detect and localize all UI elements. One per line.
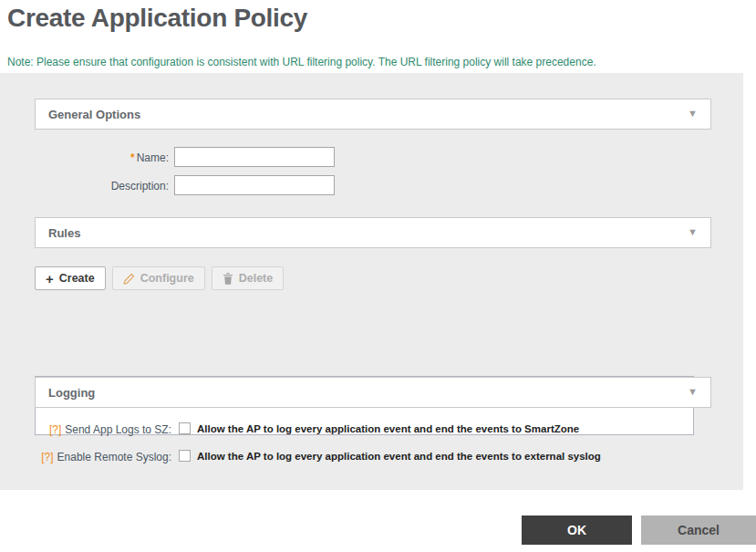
help-icon[interactable]: [?] — [41, 451, 53, 463]
form-panel: General Options ▼ *Name: Description: Ru… — [0, 73, 743, 490]
section-header-logging[interactable]: Logging ▼ — [35, 377, 711, 408]
section-header-rules[interactable]: Rules ▼ — [35, 217, 711, 248]
rules-toolbar: + Create Configure Delete — [35, 266, 284, 290]
description-label-text: Description: — [111, 180, 169, 193]
send-app-logs-label: [?]Send App Logs to SZ: — [0, 423, 171, 436]
description-label: Description: — [35, 180, 169, 193]
trash-icon — [223, 273, 233, 285]
cancel-button[interactable]: Cancel — [641, 516, 756, 545]
description-input[interactable] — [174, 175, 335, 195]
required-asterisk: * — [130, 151, 135, 164]
delete-rule-button[interactable]: Delete — [212, 266, 285, 290]
section-title-general-options: General Options — [48, 108, 140, 121]
send-app-logs-checkbox[interactable] — [179, 422, 191, 434]
plus-icon: + — [46, 272, 54, 286]
enable-remote-syslog-label: [?]Enable Remote Syslog: — [0, 451, 171, 463]
send-app-logs-label-text: Send App Logs to SZ: — [65, 423, 171, 436]
name-label: *Name: — [35, 151, 169, 164]
delete-rule-button-label: Delete — [239, 272, 274, 285]
pencil-icon — [123, 273, 135, 285]
enable-remote-syslog-label-text: Enable Remote Syslog: — [57, 451, 171, 463]
chevron-down-icon[interactable]: ▼ — [688, 387, 698, 397]
configure-rule-button[interactable]: Configure — [112, 266, 205, 290]
create-application-policy-dialog: Create Application Policy Note: Please e… — [0, 0, 756, 552]
help-icon[interactable]: [?] — [49, 423, 61, 436]
ok-button[interactable]: OK — [522, 516, 632, 545]
send-app-logs-description: Allow the AP to log every application ev… — [197, 423, 579, 434]
create-rule-button-label: Create — [59, 272, 95, 285]
name-label-text: Name: — [137, 151, 169, 164]
enable-remote-syslog-checkbox[interactable] — [179, 450, 191, 462]
page-title: Create Application Policy — [7, 4, 307, 33]
section-header-general-options[interactable]: General Options ▼ — [35, 99, 711, 130]
chevron-down-icon[interactable]: ▼ — [688, 109, 698, 119]
configure-rule-button-label: Configure — [140, 272, 194, 285]
section-title-logging: Logging — [48, 386, 95, 400]
url-filtering-note: Note: Please ensure that configuration i… — [7, 56, 596, 68]
create-rule-button[interactable]: + Create — [35, 266, 106, 290]
enable-remote-syslog-description: Allow the AP to log every application ev… — [197, 451, 601, 462]
section-title-rules: Rules — [48, 226, 80, 240]
name-input[interactable] — [174, 147, 335, 167]
chevron-down-icon[interactable]: ▼ — [688, 227, 698, 237]
